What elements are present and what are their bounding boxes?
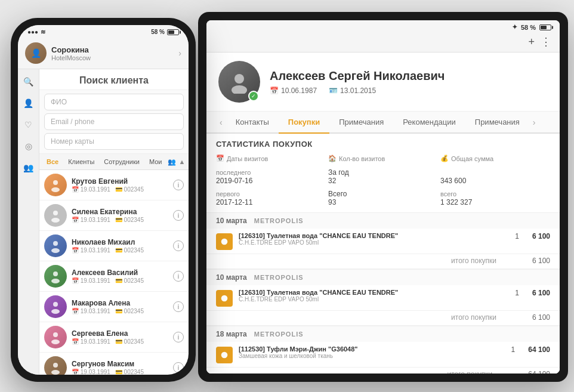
client-avatar	[44, 295, 67, 318]
client-meta: 📅 19.03.1991 💳 002345	[72, 217, 168, 223]
tab-clients[interactable]: Клиенты	[64, 156, 98, 167]
purchase-item-name: [126310] Туалетная вода "CHANCE EAU TEND…	[239, 232, 502, 239]
client-date: 📅 19.03.1991	[72, 186, 110, 193]
client-date: 📅 19.03.1991	[72, 277, 110, 284]
purchase-total-value: 6 100	[532, 313, 550, 322]
client-info-button[interactable]: i	[173, 210, 184, 221]
client-name: Силена Екатерина	[72, 208, 168, 216]
svg-point-2	[53, 211, 58, 215]
sidebar-contacts-icon[interactable]: 👤	[21, 95, 36, 111]
purchase-total-label: итого покупки	[451, 313, 496, 322]
tablet-battery-fill	[541, 26, 547, 29]
phone-user-info: Сорокина HotelMoscow	[51, 45, 174, 61]
phone-body: 🔍 👤 ♡ ◎ 👥 Поиск клиента ФИО Email / phon…	[18, 69, 189, 375]
sidebar-search-icon[interactable]: 🔍	[21, 74, 36, 89]
client-list-item[interactable]: Николаев Михаил 📅 19.03.1991 💳 002345 i	[39, 231, 189, 261]
client-meta: 📅 19.03.1991 💳 002345	[72, 338, 168, 345]
phone-header: 👤 Сорокина HotelMoscow ›	[18, 38, 189, 69]
phone-sidebar: 🔍 👤 ♡ ◎ 👥	[18, 69, 39, 375]
client-info: Сергеева Елена 📅 19.03.1991 💳 002345	[72, 329, 168, 345]
profile-tabs: ‹ Контакты Покупки Примечания Рекомендац…	[206, 112, 560, 134]
tablet-add-button[interactable]: +	[528, 36, 535, 48]
client-info-button[interactable]: i	[173, 180, 184, 190]
purchase-store: METROPOLIS	[254, 217, 304, 224]
client-list-item[interactable]: Крутов Евгений 📅 19.03.1991 💳 002345 i	[39, 170, 189, 200]
client-name: Сергеева Елена	[72, 329, 168, 338]
client-info: Алексеев Василий 📅 19.03.1991 💳 002345	[72, 268, 168, 284]
client-avatar	[44, 326, 67, 348]
client-list-item[interactable]: Алексеев Василий 📅 19.03.1991 💳 002345 i	[39, 261, 189, 292]
client-info-button[interactable]: i	[173, 362, 184, 373]
profile-birthdate: 📅 10.06.1987	[270, 87, 317, 95]
client-info: Крутов Евгений 📅 19.03.1991 💳 002345	[72, 177, 168, 193]
tablet-status-bar: ✦ 58 %	[206, 20, 560, 34]
phone-chevron-icon[interactable]: ›	[178, 48, 181, 58]
sidebar-heart-icon[interactable]: ♡	[21, 117, 36, 132]
phone-user-avatar: 👤	[25, 42, 47, 64]
profile-avatar-wrap: ✓	[218, 61, 260, 103]
client-meta: 📅 19.03.1991 💳 002345	[72, 247, 168, 254]
client-list-item[interactable]: Силена Екатерина 📅 19.03.1991 💳 002345 i	[39, 200, 189, 231]
svg-point-8	[53, 302, 58, 307]
tablet-toolbar: + ⋮	[206, 34, 560, 53]
client-info-button[interactable]: i	[173, 332, 184, 342]
purchase-item-icon	[216, 347, 233, 363]
tab-recommendations[interactable]: Рекомендации	[393, 112, 465, 134]
purchase-store: METROPOLIS	[254, 274, 304, 281]
purchase-total-value: 6 100	[532, 257, 550, 265]
tab-mine[interactable]: Мои	[146, 156, 166, 167]
filter-tabs: Все Клиенты Сотрудники Мои 👥 ▲	[39, 154, 189, 170]
search-title: Поиск клиента	[39, 69, 189, 90]
svg-point-0	[53, 180, 58, 185]
client-list-item[interactable]: Макарова Алена 📅 19.03.1991 💳 002345 i	[39, 292, 189, 322]
client-date: 📅 19.03.1991	[72, 369, 110, 375]
filter-group-icon[interactable]: 👥	[168, 158, 176, 166]
calendar-stats-icon: 📅	[216, 155, 224, 162]
stats-last-period: последнего 2019-07-16	[216, 167, 326, 186]
client-list: Крутов Евгений 📅 19.03.1991 💳 002345 i С…	[39, 170, 189, 375]
tablet-bluetooth-icon: ✦	[512, 23, 517, 31]
purchase-item-price: 6 100	[532, 232, 550, 240]
purchase-item-sub: C.H.E.TDRE EDP VAPO 50ml	[239, 296, 502, 303]
sidebar-users-icon[interactable]: 👥	[21, 160, 36, 175]
client-info-button[interactable]: i	[173, 301, 184, 312]
search-fields: ФИО Email / phone Номер карты	[39, 90, 189, 154]
sidebar-location-icon[interactable]: ◎	[21, 138, 36, 154]
profile-name: Алексеев Сергей Николаевич	[270, 69, 548, 83]
stats-grid: 📅 Даты визитов 🏠 Кол-во визитов 💰 Общая …	[206, 152, 560, 213]
search-card-field[interactable]: Номер карты	[44, 133, 184, 150]
stats-first-period: первого 2017-12-11	[216, 189, 326, 208]
tab-employees[interactable]: Сотрудники	[100, 156, 143, 167]
client-info-button[interactable]: i	[173, 271, 184, 282]
client-info-button[interactable]: i	[173, 240, 184, 251]
svg-point-12	[53, 363, 58, 368]
tab-next-button[interactable]: ›	[529, 113, 539, 132]
filter-collapse-icon[interactable]: ▲	[178, 158, 185, 166]
stats-title: СТАТИСТИКА ПОКУПОК	[206, 134, 560, 152]
search-fio-field[interactable]: ФИО	[44, 94, 184, 110]
client-card: 💳 002345	[115, 277, 144, 284]
client-list-item[interactable]: Сергеева Елена 📅 19.03.1991 💳 002345 i	[39, 322, 189, 353]
purchase-store: METROPOLIS	[254, 331, 304, 338]
search-fio-label: ФИО	[51, 98, 67, 106]
tab-notes2[interactable]: Примечания	[465, 112, 529, 134]
purchase-item-price: 64 100	[528, 345, 550, 354]
search-email-field[interactable]: Email / phone	[44, 113, 184, 130]
tab-notes[interactable]: Примечания	[329, 112, 393, 134]
tab-prev-button[interactable]: ‹	[216, 113, 226, 132]
stats-last-sum: 343 600	[440, 167, 550, 186]
purchase-item-qty: 1	[508, 232, 526, 240]
tab-all[interactable]: Все	[43, 156, 62, 167]
phone-screen: ●●● ≋ 58 % 👤 Сорокина HotelMoscow › �	[18, 25, 189, 375]
client-list-item[interactable]: Сергунов Максим 📅 19.03.1991 💳 002345 i	[39, 353, 189, 375]
tab-contacts[interactable]: Контакты	[226, 112, 279, 134]
tablet-menu-button[interactable]: ⋮	[541, 35, 551, 48]
stats-header-visits: 🏠 Кол-во визитов	[328, 152, 438, 165]
client-card: 💳 002345	[115, 308, 144, 314]
phone-status-right: 58 %	[151, 29, 179, 35]
tab-purchases[interactable]: Покупки	[279, 112, 329, 134]
svg-point-5	[51, 248, 60, 253]
purchase-total: итого покупки 6 100	[206, 311, 560, 326]
client-card: 💳 002345	[115, 247, 144, 254]
purchase-item-price: 6 100	[532, 289, 550, 297]
